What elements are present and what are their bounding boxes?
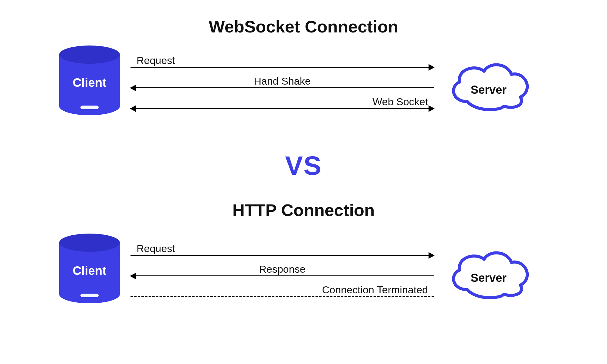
- websocket-client-label: Client: [59, 76, 120, 89]
- arrow-http-request-label: Request: [137, 243, 175, 254]
- arrow-request-label: Request: [137, 55, 175, 66]
- arrow-http-terminated-label: Connection Terminated: [322, 284, 428, 296]
- arrow-left-icon: [130, 105, 136, 112]
- arrow-http-terminated: Connection Terminated: [131, 284, 434, 302]
- arrow-left-icon: [130, 85, 136, 91]
- diagram-root: WebSocket Connection Client Server Reque…: [0, 0, 607, 364]
- websocket-client-icon: Client: [59, 46, 120, 115]
- arrow-http-request: Request: [131, 243, 434, 261]
- http-arrows: Request Response Connection Terminated: [131, 243, 434, 309]
- arrow-right-icon: [429, 105, 435, 112]
- http-server-label: Server: [443, 271, 534, 285]
- arrow-http-response: Response: [131, 263, 434, 281]
- http-client-label: Client: [59, 264, 120, 278]
- vs-label: VS: [0, 150, 607, 181]
- http-title: HTTP Connection: [0, 200, 607, 220]
- arrow-handshake-label: Hand Shake: [254, 75, 310, 87]
- arrow-http-response-label: Response: [259, 263, 305, 275]
- http-server-icon: Server: [443, 241, 534, 302]
- websocket-arrows: Request Hand Shake Web Socket: [131, 55, 434, 121]
- arrow-right-icon: [429, 252, 435, 259]
- arrow-websocket-label: Web Socket: [372, 96, 428, 108]
- arrow-websocket: Web Socket: [131, 96, 434, 114]
- websocket-server-icon: Server: [443, 53, 534, 114]
- arrow-left-icon: [130, 273, 136, 279]
- arrow-right-icon: [429, 64, 435, 71]
- websocket-title: WebSocket Connection: [0, 17, 607, 36]
- websocket-server-label: Server: [443, 83, 534, 96]
- arrow-handshake: Hand Shake: [131, 75, 434, 93]
- http-client-icon: Client: [59, 234, 120, 303]
- arrow-request: Request: [131, 55, 434, 73]
